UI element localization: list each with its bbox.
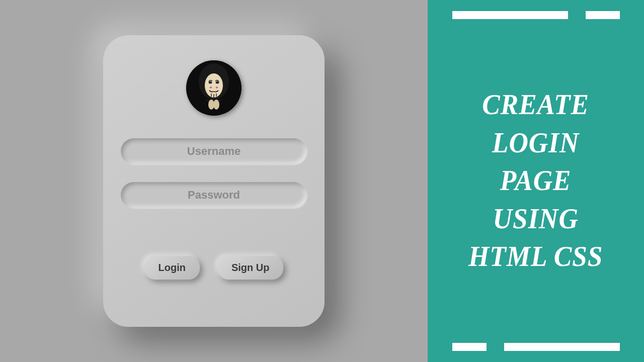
headline: CREATE LOGIN PAGE USING HTML CSS (468, 86, 603, 276)
headline-line: PAGE (468, 162, 603, 200)
dash-icon (452, 11, 568, 19)
login-card: Login Sign Up (103, 35, 325, 327)
svg-point-2 (205, 73, 223, 98)
signup-button[interactable]: Sign Up (217, 256, 284, 280)
dash-icon (452, 343, 487, 351)
svg-point-6 (216, 86, 218, 88)
title-panel: CREATE LOGIN PAGE USING HTML CSS (428, 0, 644, 362)
password-input[interactable] (121, 182, 307, 208)
avatar (186, 60, 242, 116)
headline-line: USING (468, 200, 603, 238)
login-button[interactable]: Login (144, 256, 200, 280)
username-input[interactable] (121, 138, 307, 164)
preview-panel: Login Sign Up (0, 0, 428, 362)
decorative-dash-top (428, 11, 644, 19)
decorative-dash-bottom (428, 343, 644, 351)
svg-point-5 (210, 86, 212, 88)
button-row: Login Sign Up (144, 256, 284, 280)
headline-line: CREATE (468, 86, 603, 124)
dash-icon (504, 343, 620, 351)
headline-line: HTML CSS (468, 238, 603, 276)
dash-icon (586, 11, 620, 19)
headline-line: LOGIN (468, 124, 603, 162)
avatar-mask-icon (186, 60, 242, 116)
svg-point-8 (213, 100, 219, 110)
